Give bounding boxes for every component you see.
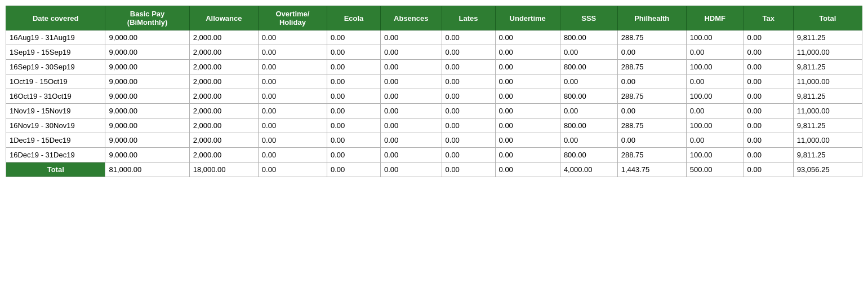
- cell-overtime: 0.00: [258, 30, 327, 45]
- cell-hdmf: 0.00: [686, 45, 744, 60]
- cell-total: 11,000.00: [793, 74, 862, 89]
- cell-overtime: 0.00: [258, 60, 327, 74]
- table-row: 16Dec19 - 31Dec199,000.002,000.000.000.0…: [6, 148, 862, 162]
- header-allowance: Allowance: [189, 6, 258, 30]
- cell-philhealth: 0.00: [617, 45, 686, 60]
- cell-sss: 800.00: [560, 148, 617, 162]
- cell-philhealth: 288.75: [617, 30, 686, 45]
- cell-date: 16Sep19 - 30Sep19: [6, 60, 105, 74]
- cell-undertime: 0.00: [495, 30, 560, 45]
- total-lates: 0.00: [442, 162, 495, 177]
- cell-lates: 0.00: [442, 104, 495, 118]
- total-row: Total81,000.0018,000.000.000.000.000.000…: [6, 162, 862, 177]
- cell-tax: 0.00: [744, 133, 793, 148]
- cell-basic: 9,000.00: [105, 133, 189, 148]
- total-ecola: 0.00: [327, 162, 380, 177]
- table-row: 16Aug19 - 31Aug199,000.002,000.000.000.0…: [6, 30, 862, 45]
- cell-ecola: 0.00: [327, 74, 380, 89]
- cell-hdmf: 0.00: [686, 104, 744, 118]
- header-overtime: Overtime/ Holiday: [258, 6, 327, 30]
- cell-lates: 0.00: [442, 74, 495, 89]
- table-row: 1Oct19 - 15Oct199,000.002,000.000.000.00…: [6, 74, 862, 89]
- total-total: 93,056.25: [793, 162, 862, 177]
- cell-date: 1Oct19 - 15Oct19: [6, 74, 105, 89]
- cell-philhealth: 288.75: [617, 148, 686, 162]
- cell-undertime: 0.00: [495, 118, 560, 133]
- cell-undertime: 0.00: [495, 89, 560, 104]
- cell-ecola: 0.00: [327, 133, 380, 148]
- cell-undertime: 0.00: [495, 148, 560, 162]
- cell-sss: 0.00: [560, 104, 617, 118]
- cell-lates: 0.00: [442, 60, 495, 74]
- cell-tax: 0.00: [744, 104, 793, 118]
- cell-allowance: 2,000.00: [189, 89, 258, 104]
- table-row: 16Nov19 - 30Nov199,000.002,000.000.000.0…: [6, 118, 862, 133]
- cell-hdmf: 100.00: [686, 89, 744, 104]
- cell-ecola: 0.00: [327, 60, 380, 74]
- cell-ecola: 0.00: [327, 45, 380, 60]
- cell-sss: 800.00: [560, 118, 617, 133]
- header-philhealth: Philhealth: [617, 6, 686, 30]
- cell-overtime: 0.00: [258, 74, 327, 89]
- cell-lates: 0.00: [442, 89, 495, 104]
- total-philhealth: 1,443.75: [617, 162, 686, 177]
- cell-date: 16Aug19 - 31Aug19: [6, 30, 105, 45]
- header-ecola: Ecola: [327, 6, 380, 30]
- total-absences: 0.00: [380, 162, 442, 177]
- cell-tax: 0.00: [744, 60, 793, 74]
- cell-undertime: 0.00: [495, 104, 560, 118]
- cell-overtime: 0.00: [258, 118, 327, 133]
- cell-total: 9,811.25: [793, 89, 862, 104]
- cell-basic: 9,000.00: [105, 104, 189, 118]
- cell-tax: 0.00: [744, 89, 793, 104]
- header-undertime: Undertime: [495, 6, 560, 30]
- cell-basic: 9,000.00: [105, 45, 189, 60]
- cell-hdmf: 100.00: [686, 60, 744, 74]
- cell-overtime: 0.00: [258, 148, 327, 162]
- payroll-table: Date covered Basic Pay (BiMonthly) Allow…: [6, 6, 862, 177]
- cell-absences: 0.00: [380, 60, 442, 74]
- cell-total: 9,811.25: [793, 60, 862, 74]
- cell-total: 11,000.00: [793, 133, 862, 148]
- table-row: 1Sep19 - 15Sep199,000.002,000.000.000.00…: [6, 45, 862, 60]
- header-date: Date covered: [6, 6, 105, 30]
- total-sss: 4,000.00: [560, 162, 617, 177]
- cell-sss: 800.00: [560, 60, 617, 74]
- cell-lates: 0.00: [442, 148, 495, 162]
- cell-absences: 0.00: [380, 89, 442, 104]
- cell-philhealth: 0.00: [617, 104, 686, 118]
- cell-total: 9,811.25: [793, 148, 862, 162]
- cell-allowance: 2,000.00: [189, 104, 258, 118]
- cell-absences: 0.00: [380, 148, 442, 162]
- table-row: 16Sep19 - 30Sep199,000.002,000.000.000.0…: [6, 60, 862, 74]
- total-allowance: 18,000.00: [189, 162, 258, 177]
- cell-allowance: 2,000.00: [189, 45, 258, 60]
- cell-lates: 0.00: [442, 118, 495, 133]
- cell-date: 1Sep19 - 15Sep19: [6, 45, 105, 60]
- header-absences: Absences: [380, 6, 442, 30]
- cell-ecola: 0.00: [327, 118, 380, 133]
- table-row: 16Oct19 - 31Oct199,000.002,000.000.000.0…: [6, 89, 862, 104]
- cell-lates: 0.00: [442, 133, 495, 148]
- cell-philhealth: 0.00: [617, 74, 686, 89]
- cell-basic: 9,000.00: [105, 148, 189, 162]
- cell-allowance: 2,000.00: [189, 148, 258, 162]
- cell-allowance: 2,000.00: [189, 60, 258, 74]
- cell-overtime: 0.00: [258, 133, 327, 148]
- total-label: Total: [6, 162, 105, 177]
- cell-hdmf: 0.00: [686, 74, 744, 89]
- cell-date: 1Dec19 - 15Dec19: [6, 133, 105, 148]
- cell-basic: 9,000.00: [105, 89, 189, 104]
- cell-undertime: 0.00: [495, 133, 560, 148]
- total-undertime: 0.00: [495, 162, 560, 177]
- cell-allowance: 2,000.00: [189, 133, 258, 148]
- cell-absences: 0.00: [380, 45, 442, 60]
- cell-tax: 0.00: [744, 74, 793, 89]
- cell-undertime: 0.00: [495, 60, 560, 74]
- cell-hdmf: 100.00: [686, 30, 744, 45]
- cell-tax: 0.00: [744, 118, 793, 133]
- cell-ecola: 0.00: [327, 148, 380, 162]
- cell-basic: 9,000.00: [105, 118, 189, 133]
- cell-undertime: 0.00: [495, 45, 560, 60]
- cell-ecola: 0.00: [327, 30, 380, 45]
